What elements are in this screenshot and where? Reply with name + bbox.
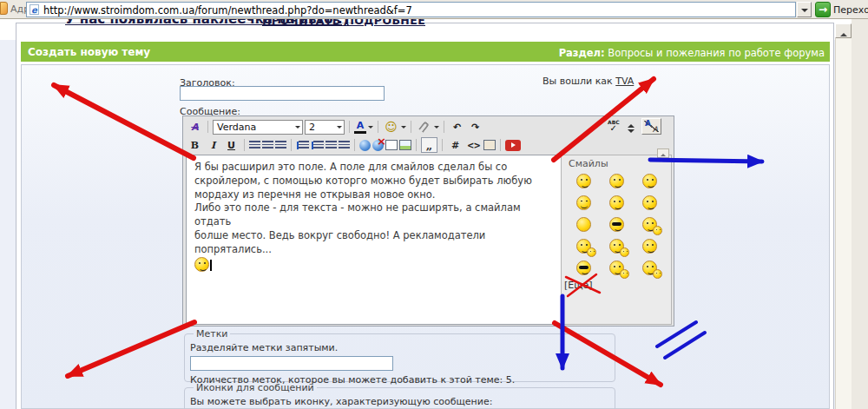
- chevron-down-icon: [295, 126, 300, 131]
- chevron-down-icon[interactable]: [434, 126, 439, 131]
- smiley-face-icon: [576, 195, 591, 210]
- smiley-cool-sunglasses[interactable]: [603, 214, 629, 235]
- editor-mode-toggle-button[interactable]: A A: [641, 118, 661, 135]
- tags-hint: Разделяйте метки запятыми.: [190, 342, 609, 353]
- logged-in-prefix: Вы вошли как: [542, 76, 613, 87]
- font-size-value: 2: [309, 122, 315, 133]
- chevron-down-icon[interactable]: [401, 126, 406, 131]
- editor-toolbar-row1: A Verdana 2 A ☺ ↶ ↷: [187, 118, 483, 135]
- smiley-squinting[interactable]: [570, 193, 596, 214]
- text-cursor: [210, 260, 212, 271]
- typed-smiley-icon: [194, 257, 209, 272]
- announcement-link-text[interactable]: ПРОЧИТАТЬ ПОДРОБНЕЕ: [262, 19, 425, 27]
- tags-fieldset: Метки Разделяйте метки запятыми. Количес…: [184, 328, 615, 382]
- page-scrollbar[interactable]: [835, 23, 852, 409]
- font-color-button[interactable]: A: [354, 121, 366, 134]
- smilies-more-link[interactable]: [Еще]: [564, 280, 593, 291]
- check-icon: ✓: [610, 124, 617, 133]
- toolbar-separator: [411, 121, 411, 133]
- toolbar-separator: [500, 139, 501, 151]
- ordered-list-button[interactable]: [299, 141, 309, 150]
- smiley-face-icon: [620, 247, 629, 257]
- underline-button[interactable]: U: [223, 137, 240, 153]
- logged-in-user-link[interactable]: TVA: [615, 76, 634, 87]
- align-left-button[interactable]: [249, 141, 260, 150]
- italic-button[interactable]: I: [205, 137, 221, 153]
- attachment-button[interactable]: [416, 119, 432, 135]
- smiley-hugging-pair[interactable]: [570, 236, 596, 257]
- go-button-label[interactable]: Переход: [833, 4, 868, 16]
- smiley-blushing[interactable]: [636, 193, 662, 214]
- hash-button[interactable]: #: [447, 137, 464, 153]
- chevron-down-icon[interactable]: [368, 126, 373, 131]
- smiley-group[interactable]: [636, 258, 662, 279]
- smiley-cool-shades[interactable]: [570, 258, 596, 279]
- url-dropdown-button[interactable]: [797, 2, 812, 17]
- smiley-grinning-teeth[interactable]: [603, 193, 629, 214]
- redo-button[interactable]: ↷: [467, 119, 483, 135]
- font-family-select[interactable]: Verdana: [213, 120, 303, 135]
- toolbar-separator: [378, 121, 378, 133]
- align-right-button[interactable]: [275, 141, 286, 150]
- toolbar-separator: [444, 121, 444, 133]
- go-button[interactable]: →: [815, 2, 831, 17]
- smiley-face-icon: [576, 217, 591, 232]
- font-size-select[interactable]: 2: [305, 120, 345, 135]
- bold-button[interactable]: B: [187, 137, 203, 153]
- message-textarea[interactable]: Я бы расширил это поле. А поле для смайл…: [186, 155, 562, 325]
- toolbar-separator: [244, 139, 245, 151]
- smiley-smiling[interactable]: [636, 236, 662, 257]
- browser-address-bar: Адрес: e http://www.stroimdom.com.ua/for…: [0, 0, 868, 19]
- chevron-down-icon: [337, 126, 342, 131]
- title-input[interactable]: [180, 86, 385, 101]
- paperclip-icon: [418, 121, 430, 133]
- smiley-angry[interactable]: [603, 171, 629, 192]
- message-editor: A Verdana 2 A ☺ ↶ ↷ BIU„#<> ABC ✓: [182, 115, 674, 327]
- smiley-laughing[interactable]: [636, 171, 662, 192]
- font-family-value: Verdana: [217, 122, 256, 133]
- page-title: Создать новую тему: [28, 46, 150, 58]
- screen: Адрес: e http://www.stroimdom.com.ua/for…: [0, 0, 868, 409]
- unordered-list-button[interactable]: [313, 141, 324, 150]
- scrollbar-up-button[interactable]: [835, 23, 852, 38]
- insert-link-button[interactable]: [359, 140, 371, 151]
- tags-input[interactable]: [190, 356, 393, 371]
- smiley-face-icon: [576, 174, 591, 188]
- remove-link-button[interactable]: [372, 140, 384, 151]
- insert-image-button[interactable]: [399, 140, 411, 150]
- smiley-face-icon: [642, 239, 657, 254]
- announcement-read-more[interactable]: ПРОЧИТАТЬ ПОДРОБНЕЕ: [262, 19, 425, 30]
- smiley-face-icon: [587, 247, 596, 257]
- smiley-boxing[interactable]: [603, 236, 629, 257]
- url-input[interactable]: e http://www.stroimdom.com.ua/forum/newt…: [26, 2, 796, 17]
- message-icons-fieldset: Иконки для сообщений Вы можете выбрать и…: [184, 382, 615, 409]
- remove-format-button[interactable]: A: [187, 119, 203, 135]
- tags-legend: Метки: [194, 328, 230, 340]
- php-button[interactable]: [483, 140, 496, 150]
- smilies-button[interactable]: ☺: [383, 119, 399, 135]
- toolbar-separator: [416, 139, 417, 151]
- code-button[interactable]: <>: [465, 137, 482, 153]
- align-center-button[interactable]: [262, 141, 273, 150]
- indent-button[interactable]: [339, 141, 350, 150]
- url-text: http://www.stroimdom.com.ua/forum/newthr…: [43, 4, 412, 16]
- spellcheck-button[interactable]: ABC ✓: [608, 120, 620, 133]
- outdent-button[interactable]: [326, 141, 337, 150]
- undo-button[interactable]: ↶: [449, 119, 465, 135]
- smiley-face-icon: [576, 261, 591, 275]
- smiley-kissing-pair[interactable]: [636, 214, 662, 235]
- smilies-grid: [567, 170, 666, 279]
- toolbar-separator: [442, 139, 443, 151]
- section-breadcrumb: Раздел: Вопросы и пожелания по работе фо…: [559, 47, 825, 59]
- smiley-wink-hair[interactable]: [570, 171, 596, 192]
- smiley-surprised-pair[interactable]: [603, 258, 629, 279]
- youtube-button[interactable]: [505, 140, 521, 151]
- editor-resize-button[interactable]: [628, 121, 635, 136]
- toolbar-separator: [349, 121, 350, 133]
- smilies-scroll-up-button[interactable]: [657, 148, 669, 158]
- page-icon: e: [30, 4, 39, 15]
- insert-attachment-button[interactable]: [385, 140, 398, 150]
- smiley-plain-circle[interactable]: [570, 214, 596, 235]
- quote-button[interactable]: „: [421, 137, 437, 153]
- section-value[interactable]: Вопросы и пожелания по работе форума: [608, 47, 825, 59]
